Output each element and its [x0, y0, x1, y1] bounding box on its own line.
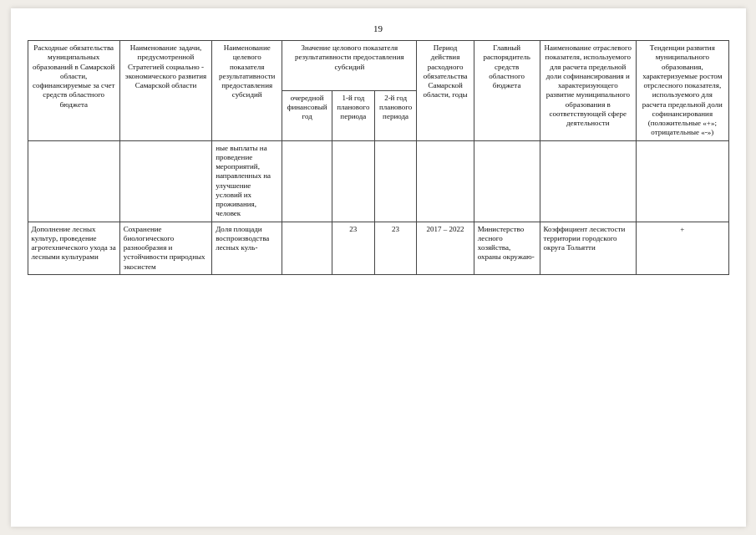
data-col1: Дополнение лесных культур, проведение аг…: [28, 222, 119, 274]
header-col3: Наименование целевого показателя результ…: [212, 41, 282, 141]
table-row: Дополнение лесных культур, проведение аг…: [28, 222, 728, 274]
data-col4a: [282, 222, 332, 274]
data-col4b: 23: [332, 222, 374, 274]
cont-col2: [119, 140, 211, 222]
data-col5: 2017 – 2022: [417, 222, 474, 274]
subheader-year1: очередной финансовый год: [282, 90, 332, 140]
header-col4-group: Значение целового показателя результатив…: [282, 41, 417, 91]
cont-col5: [417, 140, 474, 222]
header-col1: Расходные обязательства муниципальных об…: [28, 41, 119, 141]
cont-col3: ные выплаты на проведение мероприятий, н…: [212, 140, 282, 222]
data-col4c: 23: [374, 222, 417, 274]
cont-col6: [474, 140, 540, 222]
header-col2: Наименование задачи, предусмотренной Стр…: [119, 41, 211, 141]
data-col7: Коэффициент лесистости территории городс…: [540, 222, 637, 274]
main-table: Расходные обязательства муниципальных об…: [28, 40, 729, 275]
continuation-row: ные выплаты на проведение мероприятий, н…: [28, 140, 728, 222]
table-header-row: Расходные обязательства муниципальных об…: [28, 41, 728, 91]
data-col3: Доля площади воспроизводства лесных куль…: [212, 222, 282, 274]
data-col6: Министерство лесного хозяйства, охраны о…: [474, 222, 540, 274]
cont-col4c: [374, 140, 417, 222]
cont-col7: [540, 140, 637, 222]
cont-col8: [637, 140, 728, 222]
cont-col4b: [332, 140, 374, 222]
subheader-year3: 2-й год планового периода: [374, 90, 417, 140]
data-col8: +: [637, 222, 728, 274]
header-col8: Тенденции развития муниципального образо…: [637, 41, 728, 141]
header-col5: Период действия расходного обязательства…: [417, 41, 474, 141]
cont-col4a: [282, 140, 332, 222]
header-col6: Главный распорядитель средств областного…: [474, 41, 540, 141]
data-col2: Сохранение биологического разнообразия и…: [119, 222, 211, 274]
subheader-year2: 1-й год планового периода: [332, 90, 374, 140]
cont-col1: [28, 140, 119, 222]
page-number: 19: [28, 23, 729, 33]
page: 19 Расходные обязательства муниципальных…: [11, 8, 746, 527]
header-col7: Наименование отраслевого показателя, исп…: [540, 41, 637, 141]
